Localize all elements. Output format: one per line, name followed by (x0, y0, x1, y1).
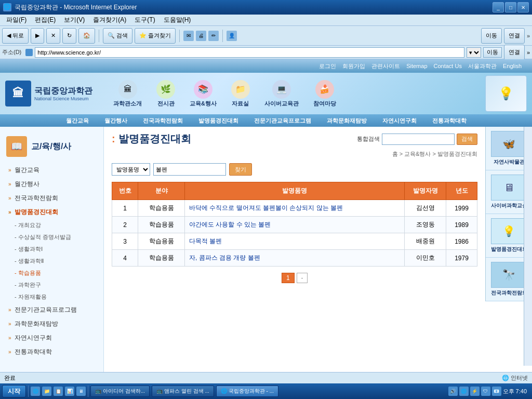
cell-invention-name[interactable]: 바닥에 수직으로 떨어져도 볼펜볼이 손상되지 않는 볼펜 (185, 200, 405, 217)
subnav-science-expo[interactable]: 전국과학전람회 (143, 117, 183, 125)
refresh-button[interactable]: ↻ (62, 28, 76, 44)
subnav-science-tour[interactable]: 과학문화재탐방 (327, 117, 367, 125)
subnav-nature-study[interactable]: 자연시연구회 (382, 117, 417, 125)
arrow-icon-3: » (8, 195, 11, 201)
print-icon[interactable]: 🖨 (196, 31, 206, 41)
participate-icon: 🍰 (320, 84, 330, 94)
address-bar: 주소(D) ▾ 이동 연결 » (0, 46, 532, 59)
home-button[interactable]: 🏠 (78, 28, 95, 44)
address-icon (25, 49, 33, 56)
sidebar-title: 교/육/행/사 (31, 141, 71, 152)
subnav-monthly-edu[interactable]: 월간교육 (66, 117, 89, 125)
sidebar-sub-toy[interactable]: - 과학완구 (0, 279, 103, 291)
menu-view[interactable]: 보기(V) (60, 15, 89, 25)
filter-category-select[interactable]: 발명품명 (112, 163, 150, 176)
address-dropdown[interactable]: ▾ (467, 47, 481, 58)
close-button[interactable]: ✕ (517, 2, 529, 12)
col-name: 발명품명 (185, 182, 405, 200)
address-go-button[interactable]: 이동 (483, 47, 502, 58)
status-bar: 완료 🌐 인터넷 (0, 372, 532, 381)
nav-education[interactable]: 📚 교육&행사 (184, 78, 222, 110)
cell-inventor: 조영동 (405, 217, 446, 233)
cell-inventor: 이민호 (405, 250, 446, 267)
search-button[interactable]: 검색 (457, 134, 477, 145)
forward-button[interactable]: ▶ (31, 28, 44, 44)
search-input[interactable] (382, 134, 455, 145)
sidebar-item-expert-edu[interactable]: » 전문기관교육프로그램 (0, 303, 103, 317)
menu-help[interactable]: 도움말(H) (159, 15, 195, 25)
filter-keyword-input[interactable] (153, 163, 226, 176)
nav-about[interactable]: 🏛 과학관소개 (108, 78, 147, 110)
site-logo[interactable]: 🏛 국립중앙과학관 National Science Museum (5, 81, 92, 107)
sidebar-item-monthly-edu[interactable]: » 월간교육 (0, 163, 103, 177)
favorites-button[interactable]: ⭐ 즐겨찾기 (135, 28, 176, 44)
subnav-monthly-event[interactable]: 월간행사 (104, 117, 127, 125)
menu-tools[interactable]: 도구(T) (130, 15, 159, 25)
cell-invention-name[interactable]: 다목적 볼펜 (185, 233, 405, 250)
minimize-button[interactable]: _ (493, 2, 504, 12)
about-icon: 🏛 (124, 85, 132, 94)
scrollbar[interactable] (524, 127, 532, 366)
top-nav-login[interactable]: 로그인 (319, 62, 336, 70)
sidebar-sub-life1[interactable]: - 생활과학Ⅰ (0, 243, 103, 255)
top-nav-related[interactable]: 관련사이트 (371, 62, 400, 70)
top-nav-join[interactable]: 회원가입 (342, 62, 365, 70)
cell-invention-name[interactable]: 자, 콤파스 겸용 개량 볼펜 (185, 250, 405, 267)
maximize-button[interactable]: □ (505, 2, 516, 12)
sidebar-sub-study[interactable]: - 학습용품 (0, 267, 103, 279)
col-number: 번호 (112, 182, 138, 200)
sidebar-item-traditional[interactable]: » 전통과학대학 (0, 345, 103, 359)
sidebar-sub-open[interactable]: - 개최요강 (0, 219, 103, 231)
nav-cyber[interactable]: 💻 사이버교육관 (259, 78, 304, 110)
menu-edit[interactable]: 편집(E) (31, 15, 60, 25)
search-button[interactable]: 🔍 검색 (103, 28, 132, 44)
filter-search-button[interactable]: 찾기 (229, 163, 252, 176)
messenger-icon[interactable]: 👤 (227, 31, 237, 41)
sidebar-sub-award[interactable]: - 수상실적 증명서발급 (0, 231, 103, 243)
edit-icon[interactable]: ✏ (208, 31, 219, 41)
thumb-expo-img: 🔭 (491, 262, 527, 288)
top-nav-contact[interactable]: Contact Us (434, 63, 462, 69)
subnav-invention[interactable]: 발명품경진대회 (198, 117, 238, 125)
exhibition-icon: 🌿 (161, 84, 171, 94)
menu-favorites[interactable]: 즐겨찾기(A) (89, 15, 130, 25)
nav-archive[interactable]: 📁 자료실 (226, 78, 255, 110)
connect-btn-2[interactable]: 연결 (504, 45, 525, 60)
address-input[interactable] (35, 47, 464, 58)
window-title: 국립중앙과학관 - Microsoft Internet Explorer (15, 3, 493, 12)
nav-exhibition[interactable]: 🌿 전시관 (151, 78, 180, 110)
education-icon: 📚 (198, 84, 208, 94)
stop-button[interactable]: ✕ (46, 28, 60, 44)
cell-field: 학습용품 (138, 217, 185, 233)
sidebar-item-monthly-event[interactable]: » 월간행사 (0, 177, 103, 191)
arrow-icon-2: » (8, 181, 11, 187)
connect-button[interactable]: 연결 (504, 28, 525, 44)
col-inventor: 발명자명 (405, 182, 446, 200)
arrow-icon-8: » (8, 349, 11, 355)
top-nav-sitemap[interactable]: Sitemap (406, 63, 427, 69)
go-button[interactable]: 이동 (481, 28, 502, 44)
sidebar-header: 📖 교/육/행/사 (0, 132, 103, 163)
sidebar-sub-life2[interactable]: - 생활과학Ⅱ (0, 255, 103, 267)
sidebar-sub-recycle[interactable]: - 자원재활용 (0, 291, 103, 303)
page-1[interactable]: 1 (282, 273, 295, 283)
cell-invention-name[interactable]: 야간에도 사용할 수 있는 볼펜 (185, 217, 405, 233)
top-nav-english[interactable]: English (503, 63, 522, 69)
back-button[interactable]: ◀ 뒤로 (2, 28, 29, 44)
nav-participate[interactable]: 🍰 참여마당 (308, 78, 341, 110)
top-nav-seoul[interactable]: 서울과학관 (468, 62, 497, 70)
thumb-nature-label: 자연사박물관 (494, 158, 525, 166)
col-year: 년도 (446, 182, 477, 200)
sidebar-item-invention[interactable]: » 발명품경진대회 (0, 205, 103, 219)
left-sidebar: 📖 교/육/행/사 » 월간교육 » 월간행사 » 전국과학전람회 » 발명품경… (0, 127, 104, 381)
thumb-nature-img: 🦋 (491, 131, 527, 157)
sidebar-item-expo[interactable]: » 전국과학전람회 (0, 191, 103, 205)
sidebar-item-nature[interactable]: » 자연시연구회 (0, 331, 103, 345)
subnav-expert-edu[interactable]: 전문기관교육프로그램 (254, 117, 311, 125)
subnav-traditional[interactable]: 전통과학대학 (432, 117, 467, 125)
sidebar-item-science-tour[interactable]: » 과학문화재탐방 (0, 317, 103, 331)
thumb-invention-label: 발명품경진대회 (491, 246, 527, 253)
mail-icon[interactable]: ✉ (183, 31, 194, 41)
browser-content: 로그인 회원가입 관련사이트 Sitemap Contact Us 서울과학관 … (0, 59, 532, 381)
menu-file[interactable]: 파일(F) (2, 15, 31, 25)
